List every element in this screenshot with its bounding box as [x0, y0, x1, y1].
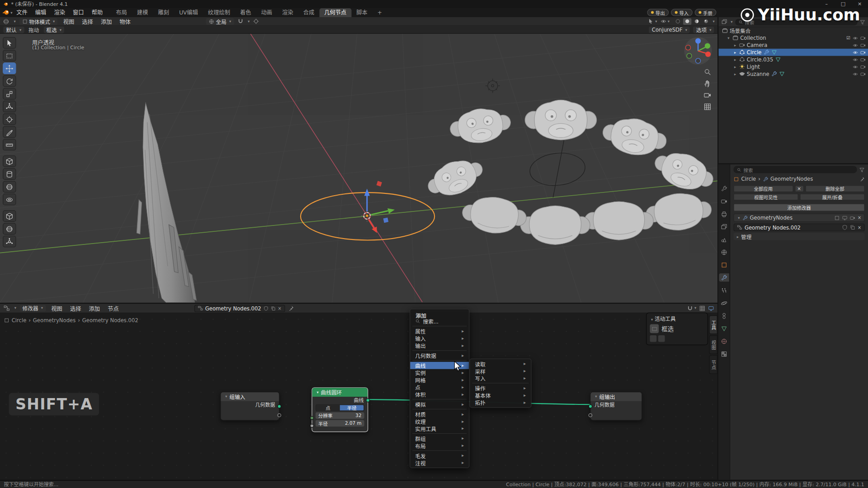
manual-button[interactable]: 手册 — [695, 9, 717, 16]
tool-preset-dropdown[interactable]: 默认▾ — [3, 26, 24, 33]
tool-move[interactable] — [3, 62, 16, 74]
tab-constraints[interactable] — [719, 311, 729, 319]
breadcrumb-modifier[interactable]: GeometryNodes — [770, 176, 813, 182]
tab-scene[interactable] — [719, 235, 729, 243]
conjuresdf-dropdown[interactable]: ConjureSDF▾ — [649, 26, 690, 33]
options-dropdown[interactable]: 选项▾ — [693, 26, 714, 33]
outliner-row-scene-collection[interactable]: 场景集合 — [718, 27, 868, 34]
filter-icon[interactable] — [859, 167, 864, 172]
chevron-down-icon[interactable]: ▾ — [694, 306, 696, 310]
menu-item-simulation[interactable]: 模拟▸ — [410, 401, 469, 408]
manage-section-header[interactable]: ▸ 管理 — [733, 233, 864, 240]
geometry-output-socket[interactable] — [277, 404, 281, 408]
add-modifier-button[interactable]: 添加修改器 — [733, 204, 864, 211]
outliner-row-circle-035[interactable]: ▸ Circle.035 — [718, 56, 868, 63]
viewport-visibility-button[interactable]: 视图可见性 — [733, 194, 798, 201]
viewport-menu-view[interactable]: 视图 — [61, 17, 76, 25]
geometry-input-socket[interactable] — [589, 404, 593, 408]
node-tree-name-field[interactable]: Geometry Nodes.002 × — [194, 305, 285, 312]
submenu-item-operations[interactable]: 操作▸ — [470, 385, 531, 392]
node-menu-view[interactable]: 视图 — [49, 304, 64, 312]
blender-logo-icon[interactable] — [2, 9, 9, 16]
show-overlays-icon[interactable] — [660, 18, 666, 24]
eye-icon[interactable] — [853, 35, 858, 41]
copy-icon[interactable] — [850, 225, 855, 230]
menu-file[interactable]: 文件 — [13, 8, 32, 17]
tool-annotate[interactable] — [3, 126, 16, 138]
tab-particles[interactable] — [719, 286, 729, 294]
tab-modeling[interactable]: 建模 — [132, 8, 153, 17]
tab-scripting[interactable]: 脚本 — [351, 8, 373, 17]
menu-window[interactable]: 窗口 — [69, 8, 88, 17]
drag-mode-dropdown[interactable]: 框选▾ — [43, 26, 64, 33]
zoom-icon[interactable] — [703, 68, 711, 76]
tab-physics[interactable] — [719, 299, 729, 307]
node-menu-node[interactable]: 节点 — [105, 304, 121, 312]
menu-item-texture[interactable]: 纹理▸ — [410, 418, 469, 425]
tool-add-cube[interactable] — [3, 155, 16, 167]
menu-render[interactable]: 渲染 — [50, 8, 69, 17]
pin-icon[interactable] — [860, 177, 865, 182]
menu-item-attribute[interactable]: 属性▸ — [410, 328, 469, 335]
eye-icon[interactable] — [853, 50, 858, 55]
pin-icon[interactable] — [288, 305, 293, 311]
transform-orientation-dropdown[interactable]: 全局▾ — [206, 18, 234, 25]
node-menu-add[interactable]: 添加 — [87, 304, 102, 312]
node-canvas[interactable]: ▾组输入 几何数据 ▾曲线圆环 曲线 点 半径 分辨率32 半径2.07 m — [0, 313, 717, 480]
tool-box-select[interactable] — [3, 50, 16, 61]
viewport-menu-object[interactable]: 物体 — [118, 17, 133, 25]
expander-icon[interactable]: ▸ — [733, 50, 737, 55]
tab-animation[interactable]: 动画 — [256, 8, 278, 17]
eye-icon[interactable] — [853, 64, 858, 69]
menu-item-layout[interactable]: 布局▸ — [410, 442, 469, 449]
expander-icon[interactable]: ▸ — [733, 65, 737, 69]
breadcrumb-object[interactable]: Circle — [741, 176, 756, 182]
add-workspace-button[interactable]: + — [373, 8, 387, 17]
menu-item-volume[interactable]: 体积▸ — [410, 390, 469, 398]
node-menu-select[interactable]: 选择 — [68, 304, 83, 312]
chevron-down-icon[interactable]: ▾ — [713, 19, 715, 23]
proportional-editing-icon[interactable] — [253, 18, 259, 24]
node-group-input[interactable]: ▾组输入 几何数据 — [220, 392, 279, 421]
select-visibility-icon[interactable] — [648, 18, 654, 24]
render-camera-icon[interactable] — [860, 42, 866, 48]
tab-view-layer[interactable] — [719, 222, 729, 230]
mode-dropdown[interactable]: 物体模式▾ — [19, 18, 57, 25]
fake-user-shield-icon[interactable] — [842, 225, 848, 230]
ortho-grid-icon[interactable] — [703, 103, 711, 111]
eye-icon[interactable] — [853, 57, 858, 62]
sidebar-tab-node[interactable]: 节点 — [709, 355, 717, 374]
outliner-row-camera[interactable]: ▸ Camera — [718, 42, 868, 49]
tool-add-sphere[interactable] — [3, 181, 16, 192]
collapse-icon[interactable]: ▾ — [316, 390, 318, 394]
submenu-item-primitives[interactable]: 基本体▸ — [470, 392, 531, 399]
tab-sculpting[interactable]: 雕刻 — [153, 8, 175, 17]
tab-material[interactable] — [719, 337, 729, 345]
outliner-row-circle[interactable]: ▸ Circle — [718, 49, 868, 56]
tool-add-torus[interactable] — [3, 194, 16, 206]
preview-toggle-icon[interactable] — [708, 305, 714, 311]
menu-item-utilities[interactable]: 实用工具▸ — [410, 425, 469, 432]
extension-socket[interactable] — [277, 413, 281, 418]
submenu-item-write[interactable]: 写入▸ — [470, 375, 531, 382]
menu-item-geometry[interactable]: 几何数据▸ — [410, 352, 469, 359]
collapse-icon[interactable]: ▾ — [225, 394, 227, 399]
apply-all-button[interactable]: 全部应用 — [733, 185, 793, 192]
tool-measure[interactable] — [3, 139, 16, 150]
tool-addon-1[interactable] — [3, 210, 16, 222]
chevron-down-icon[interactable]: ▾ — [14, 19, 16, 23]
eye-icon[interactable] — [853, 71, 858, 76]
collapse-icon[interactable]: ▾ — [651, 318, 653, 322]
geometry-node-editor[interactable]: ▾ 修改器▾ 视图 选择 添加 节点 Geometry Nodes.002 × … — [0, 304, 717, 479]
filter-icon[interactable] — [860, 19, 865, 24]
viewport-canvas[interactable] — [0, 34, 717, 303]
node-curve-circle[interactable]: ▾曲线圆环 曲线 点 半径 分辨率32 半径2.07 m — [311, 387, 368, 432]
tool-addon-2[interactable] — [3, 223, 16, 235]
viewport-menu-add[interactable]: 添加 — [99, 17, 114, 25]
tab-render[interactable] — [719, 197, 729, 205]
box-select-tool-button[interactable] — [650, 324, 659, 333]
snap-magnet-icon[interactable] — [237, 18, 243, 24]
shading-material-button[interactable] — [693, 18, 701, 25]
menu-item-input[interactable]: 输入▸ — [410, 335, 469, 342]
tab-shading[interactable]: 着色 — [235, 8, 256, 17]
